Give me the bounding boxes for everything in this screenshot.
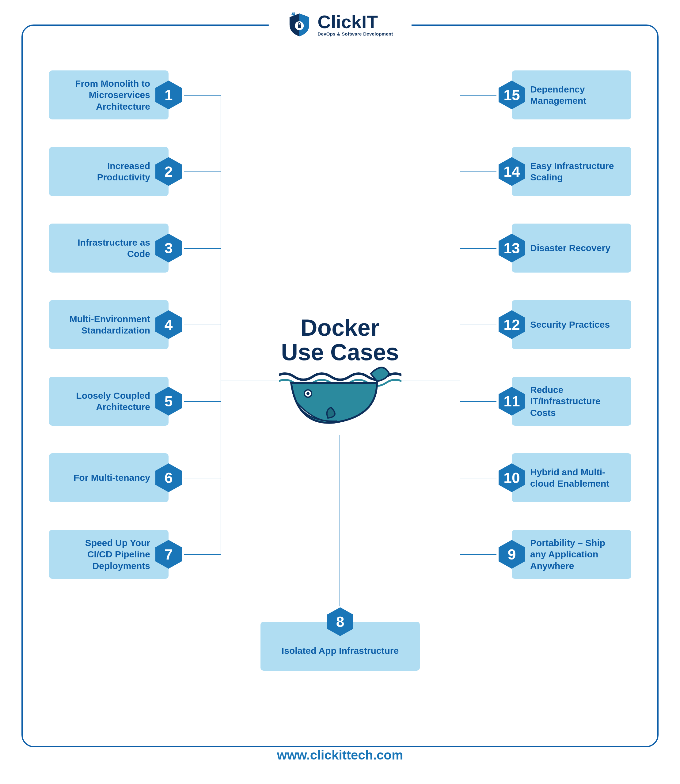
usecase-label: From Monolith to Microservices Architect… <box>58 78 150 112</box>
connector-line <box>184 248 220 249</box>
usecase-card-1: From Monolith to Microservices Architect… <box>49 71 168 119</box>
number-badge: 7 <box>153 539 184 570</box>
number-badge: 14 <box>496 156 527 187</box>
usecase-label: For Multi-tenancy <box>74 472 150 484</box>
connector-line <box>184 171 220 172</box>
usecase-card-5: Loosely Coupled Architecture 5 <box>49 377 168 426</box>
docker-whale-icon <box>279 365 401 432</box>
connector-line <box>184 95 220 96</box>
usecase-label: Multi-Environment Standardization <box>58 313 150 336</box>
number-badge: 15 <box>496 80 527 110</box>
brand-tagline: DevOps & Software Development <box>318 31 393 36</box>
connector-line <box>220 95 221 554</box>
title-line-2: Use Cases <box>281 339 399 365</box>
number-badge: 5 <box>153 386 184 416</box>
number-badge: 6 <box>153 462 184 493</box>
usecase-card-6: For Multi-tenancy 6 <box>49 453 168 502</box>
number-badge: 3 <box>153 233 184 263</box>
usecase-label: Increased Productivity <box>58 160 150 183</box>
usecase-label: Infrastructure as Code <box>58 237 150 260</box>
connector-line <box>460 401 496 402</box>
number-badge: 10 <box>496 462 527 493</box>
connector-line <box>184 554 220 555</box>
number-badge: 8 <box>325 606 356 637</box>
usecase-card-10: 10 Hybrid and Multi-cloud Enablement <box>512 453 631 502</box>
brand-logo: ClickIT DevOps & Software Development <box>268 12 411 37</box>
usecase-label: Dependency Management <box>530 83 622 107</box>
number-badge: 4 <box>153 309 184 340</box>
connector-line <box>184 401 220 402</box>
usecase-card-14: 14 Easy Infrastructure Scaling <box>512 147 631 196</box>
footer-url: www.clickittech.com <box>259 748 422 762</box>
usecase-card-11: 11 Reduce IT/Infrastructure Costs <box>512 377 631 426</box>
usecase-label: Easy Infrastructure Scaling <box>530 160 622 183</box>
number-badge: 9 <box>496 539 527 570</box>
connector-line <box>184 478 220 478</box>
connector-line <box>401 380 460 380</box>
connector-line <box>460 554 496 555</box>
number-badge: 2 <box>153 156 184 187</box>
usecase-label: Reduce IT/Infrastructure Costs <box>530 384 622 419</box>
usecase-card-9: 9 Portability – Ship any Application Any… <box>512 530 631 579</box>
usecase-label: Loosely Coupled Architecture <box>58 390 150 413</box>
usecase-card-8: Isolated App Infrastructure 8 <box>260 622 420 671</box>
svg-point-3 <box>307 392 310 395</box>
number-badge: 12 <box>496 309 527 340</box>
usecase-card-13: 13 Disaster Recovery <box>512 223 631 273</box>
svg-rect-1 <box>298 25 301 28</box>
connector-line <box>340 435 340 606</box>
usecase-label: Disaster Recovery <box>530 242 611 254</box>
number-badge: 11 <box>496 386 527 416</box>
usecase-card-2: Increased Productivity 2 <box>49 147 168 196</box>
usecase-card-12: 12 Security Practices <box>512 300 631 349</box>
title-line-1: Docker <box>301 314 380 341</box>
connector-line <box>220 380 279 380</box>
usecase-card-7: Speed Up Your CI/CD Pipeline Deployments… <box>49 530 168 579</box>
connector-line <box>460 325 496 325</box>
usecase-label: Speed Up Your CI/CD Pipeline Deployments <box>58 537 150 572</box>
connector-line <box>460 171 496 172</box>
connector-line <box>460 478 496 478</box>
usecase-label: Security Practices <box>530 319 610 330</box>
usecase-card-15: 15 Dependency Management <box>512 71 631 119</box>
brand-shield-icon <box>287 12 311 37</box>
usecase-label: Isolated App Infrastructure <box>282 645 399 657</box>
usecase-card-4: Multi-Environment Standardization 4 <box>49 300 168 349</box>
usecase-card-3: Infrastructure as Code 3 <box>49 223 168 273</box>
connector-line <box>460 248 496 249</box>
number-badge: 1 <box>153 80 184 110</box>
connector-line <box>460 95 496 96</box>
brand-name: ClickIT <box>318 13 393 31</box>
usecase-label: Hybrid and Multi-cloud Enablement <box>530 467 622 489</box>
center-title-block: Docker Use Cases <box>279 316 401 433</box>
connector-line <box>184 325 220 325</box>
number-badge: 13 <box>496 233 527 263</box>
usecase-label: Portability – Ship any Application Anywh… <box>530 537 622 572</box>
